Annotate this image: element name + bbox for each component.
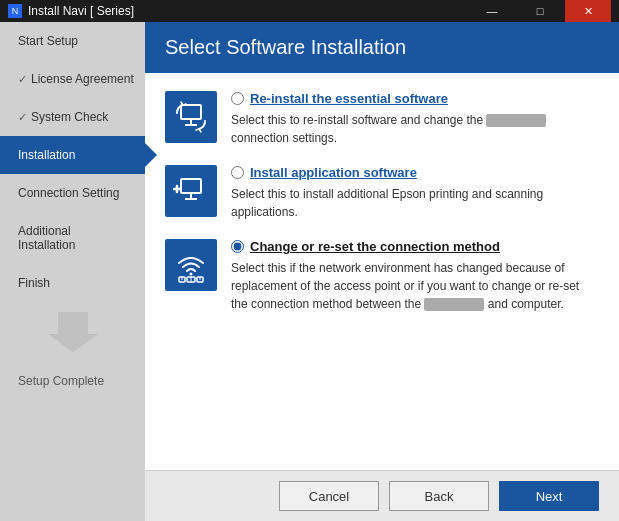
sidebar-label: License Agreement — [31, 72, 134, 86]
main-container: Start Setup ✓License Agreement ✓System C… — [0, 22, 619, 521]
titlebar-controls[interactable]: — □ ✕ — [469, 0, 611, 22]
back-button[interactable]: Back — [389, 481, 489, 511]
change-connection-title[interactable]: Change or re-set the connection method — [250, 239, 500, 254]
footer: Cancel Back Next — [145, 470, 619, 521]
svg-point-9 — [190, 273, 193, 276]
blurred-product-name — [486, 114, 546, 127]
sidebar-label: AdditionalInstallation — [18, 224, 75, 252]
option-change-connection: Change or re-set the connection method S… — [165, 239, 599, 313]
reinstall-icon — [165, 91, 217, 143]
svg-rect-1 — [181, 105, 201, 119]
svg-marker-0 — [48, 312, 98, 352]
reinstall-radio[interactable] — [231, 92, 244, 105]
reinstall-title[interactable]: Re-install the essential software — [250, 91, 448, 106]
option-reinstall: Re-install the essential software Select… — [165, 91, 599, 147]
titlebar-left: N Install Navi [ Series] — [8, 4, 134, 18]
sidebar-item-connection-setting[interactable]: Connection Setting — [0, 174, 145, 212]
sidebar-item-license-agreement[interactable]: ✓License Agreement — [0, 60, 145, 98]
content-body: Re-install the essential software Select… — [145, 73, 619, 470]
option-install-app: Install application software Select this… — [165, 165, 599, 221]
change-connection-desc: Select this if the network environment h… — [231, 259, 599, 313]
option-change-connection-text: Change or re-set the connection method S… — [231, 239, 599, 313]
sidebar-label: System Check — [31, 110, 108, 124]
option-change-connection-label-row: Change or re-set the connection method — [231, 239, 599, 254]
sidebar-item-additional-installation[interactable]: AdditionalInstallation — [0, 212, 145, 264]
titlebar-title: Install Navi [ Series] — [28, 4, 134, 18]
sidebar-label: Setup Complete — [18, 374, 104, 388]
arrow-down — [0, 302, 145, 362]
check-icon: ✓ — [18, 73, 27, 85]
option-install-app-label-row: Install application software — [231, 165, 599, 180]
svg-rect-4 — [181, 179, 201, 193]
sidebar: Start Setup ✓License Agreement ✓System C… — [0, 22, 145, 521]
sidebar-label: Connection Setting — [18, 186, 119, 200]
change-connection-radio[interactable] — [231, 240, 244, 253]
sidebar-label: Finish — [18, 276, 50, 290]
install-app-icon — [165, 165, 217, 217]
page-title: Select Software Installation — [145, 22, 619, 73]
maximize-button[interactable]: □ — [517, 0, 563, 22]
minimize-button[interactable]: — — [469, 0, 515, 22]
blurred-product-name-2 — [424, 298, 484, 311]
sidebar-label: Start Setup — [18, 34, 78, 48]
install-app-radio[interactable] — [231, 166, 244, 179]
sidebar-item-system-check[interactable]: ✓System Check — [0, 98, 145, 136]
option-reinstall-label-row: Re-install the essential software — [231, 91, 599, 106]
content-area: Select Software Installation — [145, 22, 619, 521]
sidebar-item-setup-complete: Setup Complete — [0, 362, 145, 400]
sidebar-item-finish[interactable]: Finish — [0, 264, 145, 302]
sidebar-item-installation[interactable]: Installation — [0, 136, 145, 174]
close-button[interactable]: ✕ — [565, 0, 611, 22]
option-reinstall-text: Re-install the essential software Select… — [231, 91, 599, 147]
check-icon: ✓ — [18, 111, 27, 123]
sidebar-item-start-setup[interactable]: Start Setup — [0, 22, 145, 60]
cancel-button[interactable]: Cancel — [279, 481, 379, 511]
reinstall-desc: Select this to re-install software and c… — [231, 111, 599, 147]
change-connection-icon — [165, 239, 217, 291]
app-icon: N — [8, 4, 22, 18]
install-app-title[interactable]: Install application software — [250, 165, 417, 180]
option-install-app-text: Install application software Select this… — [231, 165, 599, 221]
sidebar-label: Installation — [18, 148, 75, 162]
install-app-desc: Select this to install additional Epson … — [231, 185, 599, 221]
titlebar: N Install Navi [ Series] — □ ✕ — [0, 0, 619, 22]
next-button[interactable]: Next — [499, 481, 599, 511]
